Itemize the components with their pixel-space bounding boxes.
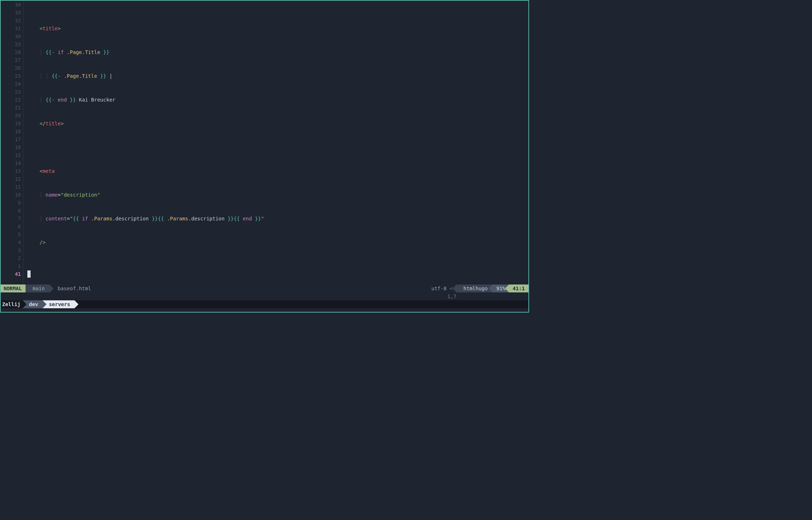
line-number: 33: [1, 9, 21, 17]
line-number: 10: [1, 191, 21, 199]
line-number: 9: [1, 199, 21, 207]
zellij-tabbar[interactable]: Zellij dev servers: [1, 300, 528, 308]
line-number: 20: [1, 112, 21, 120]
ruler: 1,7: [1, 292, 528, 300]
cursor: [27, 270, 31, 278]
line-number: 26: [1, 64, 21, 72]
line-number: 25: [1, 72, 21, 80]
file-name: baseof.html: [50, 284, 91, 292]
line-number: 8: [1, 207, 21, 215]
line-number: 31: [1, 24, 21, 32]
line-number: 12: [1, 175, 21, 183]
git-branch: main: [26, 284, 50, 292]
line-number: 15: [1, 151, 21, 159]
line-number: 6: [1, 223, 21, 230]
line-number: 29: [1, 40, 21, 48]
cursor-position: 41:1: [509, 284, 528, 292]
editor-statusline: NORMAL main baseof.html utf-8 < htmlhugo…: [1, 284, 528, 292]
line-number: 27: [1, 56, 21, 64]
line-number: 34: [1, 1, 21, 9]
line-number: 11: [1, 183, 21, 191]
line-number: 18: [1, 127, 21, 135]
filetype-name: htmlhugo: [464, 286, 488, 291]
line-number: 16: [1, 143, 21, 151]
line-number: 32: [1, 17, 21, 24]
line-number: 2: [1, 254, 21, 262]
mode-indicator: NORMAL: [1, 284, 26, 292]
zellij-logo: Zellij: [2, 300, 23, 308]
git-branch-name: main: [33, 286, 45, 291]
line-number: 30: [1, 32, 21, 40]
line-number: 13: [1, 167, 21, 175]
line-number: 23: [1, 88, 21, 96]
line-number: 28: [1, 48, 21, 56]
line-number: 24: [1, 80, 21, 88]
line-number: 3: [1, 246, 21, 254]
line-number: 41: [1, 270, 21, 278]
code-area[interactable]: <title> │ {{- if .Page.Title }} │ │ {{- …: [27, 1, 528, 284]
line-number: 1: [1, 262, 21, 270]
zellij-tab-servers[interactable]: servers: [42, 300, 75, 308]
line-number: 21: [1, 104, 21, 112]
line-number: 14: [1, 159, 21, 167]
line-number: 22: [1, 96, 21, 104]
fold-guide: [23, 1, 27, 284]
editor-viewport[interactable]: 3433323130292827262524232221201918171615…: [1, 1, 528, 284]
line-number: 4: [1, 238, 21, 246]
line-number: 7: [1, 215, 21, 223]
line-number: 19: [1, 120, 21, 127]
line-number: 17: [1, 135, 21, 143]
line-number: 5: [1, 230, 21, 238]
filetype-segment: htmlhugo: [456, 284, 493, 292]
zellij-tab-dev[interactable]: dev: [23, 300, 42, 308]
line-number-gutter: 3433323130292827262524232221201918171615…: [1, 1, 23, 284]
